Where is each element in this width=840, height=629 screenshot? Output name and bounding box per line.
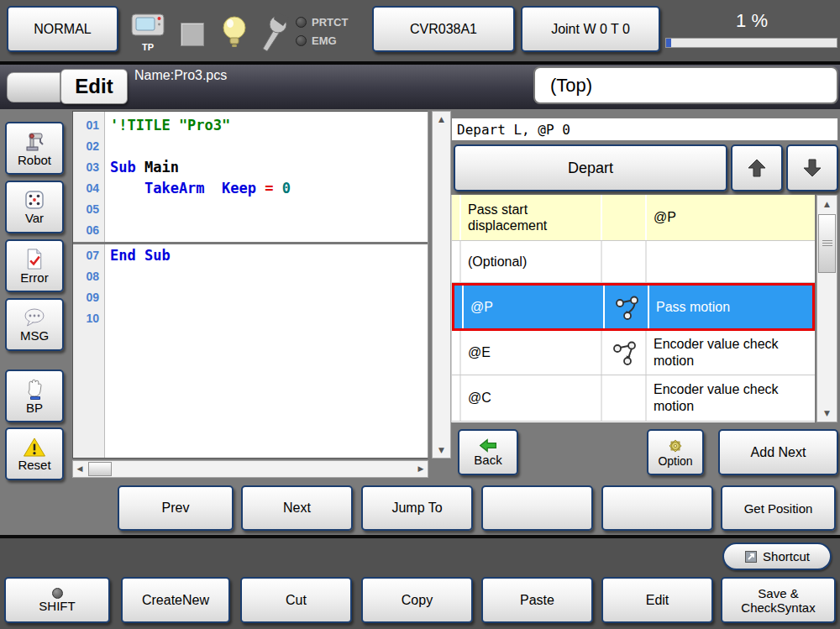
dice-icon	[24, 189, 45, 211]
blank-function-button[interactable]	[601, 485, 713, 531]
program-label: CVR038A1	[410, 22, 477, 37]
safety-indicators: PRTCT EMG	[296, 13, 348, 50]
paste-button[interactable]: Paste	[481, 577, 593, 623]
param-name: @E	[461, 331, 602, 375]
prtct-led	[296, 17, 307, 28]
table-row-selected[interactable]: @P Pass motion	[452, 283, 815, 331]
create-new-button[interactable]: CreateNew	[121, 577, 230, 623]
copy-button[interactable]: Copy	[361, 577, 473, 623]
scroll-down-arrow[interactable]: ▼	[433, 444, 450, 456]
scroll-right-arrow[interactable]: ▶	[416, 461, 426, 477]
option-button[interactable]: Option	[647, 429, 704, 475]
line-number: 02	[73, 136, 104, 157]
param-value	[647, 241, 815, 282]
line-number: 08	[73, 266, 104, 287]
back-button[interactable]: Back	[458, 429, 518, 475]
lamp-icon	[221, 13, 248, 50]
edit-button[interactable]: Edit	[601, 577, 713, 623]
next-button[interactable]: Next	[241, 485, 353, 531]
scroll-up-arrow[interactable]: ▲	[433, 113, 450, 125]
shortcut-icon	[744, 550, 758, 563]
sidebar-item-label: Robot	[18, 153, 51, 167]
scroll-left-arrow[interactable]: ◀	[75, 461, 85, 477]
sidebar-item-bp[interactable]: BP	[5, 370, 64, 422]
param-icon-cell	[602, 241, 647, 282]
create-new-label: CreateNew	[142, 593, 209, 608]
param-name: Pass start displacement	[461, 195, 602, 240]
parameter-table: Pass start displacement @P (Optional) @P	[451, 195, 815, 422]
line-number: 05	[73, 199, 104, 220]
tab-blank[interactable]	[7, 72, 60, 102]
param-name: (Optional)	[461, 241, 602, 282]
add-next-button[interactable]: Add Next	[718, 429, 838, 475]
jump-to-button[interactable]: Jump To	[361, 485, 473, 531]
jump-to-label: Jump To	[391, 501, 442, 516]
scrollbar-thumb[interactable]	[88, 462, 112, 476]
tab-edit[interactable]: Edit	[60, 69, 128, 104]
sidebar-item-var[interactable]: Var	[5, 181, 64, 233]
tab-edit-label: Edit	[75, 75, 113, 98]
code-editor[interactable]: 01 '!TITLE "Pro3" 02 03 Sub Main 04 Take…	[72, 111, 428, 459]
sidebar-item-reset[interactable]: Reset	[5, 427, 64, 480]
code-line: 06	[73, 220, 428, 241]
param-icon-cell	[602, 375, 647, 421]
message-bubble-icon	[23, 307, 46, 328]
speed-progress-fill	[666, 39, 671, 47]
table-scrollbar[interactable]: ▲ ▼	[816, 195, 837, 422]
cut-label: Cut	[286, 593, 307, 608]
blank-function-button[interactable]	[481, 485, 593, 531]
prtct-label: PRTCT	[312, 16, 348, 29]
param-name: @C	[461, 375, 602, 421]
file-name: Name:Pro3.pcs	[134, 68, 227, 83]
param-value: @P	[647, 195, 815, 240]
sidebar-item-error[interactable]: Error	[5, 239, 64, 292]
table-row[interactable]: @E Encoder value check motion	[452, 331, 815, 375]
cut-button[interactable]: Cut	[240, 577, 352, 623]
edit-cursor-line	[73, 242, 428, 244]
row-strip	[452, 195, 461, 240]
statement-field[interactable]: Depart L, @P 0	[451, 118, 838, 141]
save-checksyntax-button[interactable]: Save & CheckSyntax	[721, 577, 836, 623]
code-line: 01 '!TITLE "Pro3"	[73, 115, 428, 136]
scroll-up-arrow[interactable]: ▲	[817, 198, 837, 210]
shift-button[interactable]: SHIFT	[4, 577, 110, 623]
hierarchy-path-field[interactable]: (Top)	[533, 66, 838, 104]
editor-horizontal-scrollbar[interactable]: ◀ ▶	[72, 460, 428, 478]
top-status-bar: NORMAL TP PRTCT	[0, 0, 840, 65]
move-down-button[interactable]	[786, 144, 838, 191]
shortcut-button[interactable]: Shortcut	[722, 543, 832, 570]
coordinate-mode-label: Joint W 0 T 0	[551, 22, 630, 37]
teach-pendant-screen: NORMAL TP PRTCT	[0, 0, 840, 629]
line-number: 06	[73, 220, 104, 241]
mode-label: NORMAL	[34, 22, 91, 37]
statement-text: Depart L, @P 0	[457, 122, 570, 138]
copy-label: Copy	[402, 593, 433, 608]
editor-vertical-scrollbar[interactable]: ▲ ▼	[432, 111, 451, 459]
code-line: 10	[73, 308, 428, 329]
row-strip	[452, 331, 461, 375]
main-area: Robot Var Error MSG	[0, 109, 840, 535]
sidebar-item-msg[interactable]: MSG	[5, 298, 64, 351]
mode-button[interactable]: NORMAL	[7, 6, 118, 52]
coordinate-mode-button[interactable]: Joint W 0 T 0	[521, 6, 660, 52]
get-position-button[interactable]: Get Position	[721, 485, 836, 531]
prev-button[interactable]: Prev	[118, 485, 234, 531]
line-number: 04	[73, 178, 104, 199]
edit-label: Edit	[646, 593, 669, 608]
down-arrow-icon	[801, 157, 823, 179]
title-tab-bar: Edit Name:Pro3.pcs (Top)	[0, 65, 840, 109]
sidebar-item-robot[interactable]: Robot	[5, 122, 64, 175]
table-row-header[interactable]: Pass start displacement @P	[452, 195, 815, 241]
scroll-down-arrow[interactable]: ▼	[817, 407, 837, 419]
table-row[interactable]: @C Encoder value check motion	[452, 375, 815, 422]
gear-icon	[667, 438, 684, 454]
line-number: 10	[73, 308, 104, 329]
program-button[interactable]: CVR038A1	[372, 6, 515, 52]
move-up-button[interactable]	[731, 144, 783, 191]
command-select-button[interactable]: Depart	[454, 144, 727, 191]
sidebar-item-label: Reset	[18, 458, 50, 472]
shortcut-label: Shortcut	[763, 549, 810, 563]
table-row-optional[interactable]: (Optional)	[452, 241, 815, 283]
scrollbar-thumb[interactable]	[818, 214, 836, 273]
row-strip	[452, 241, 461, 282]
